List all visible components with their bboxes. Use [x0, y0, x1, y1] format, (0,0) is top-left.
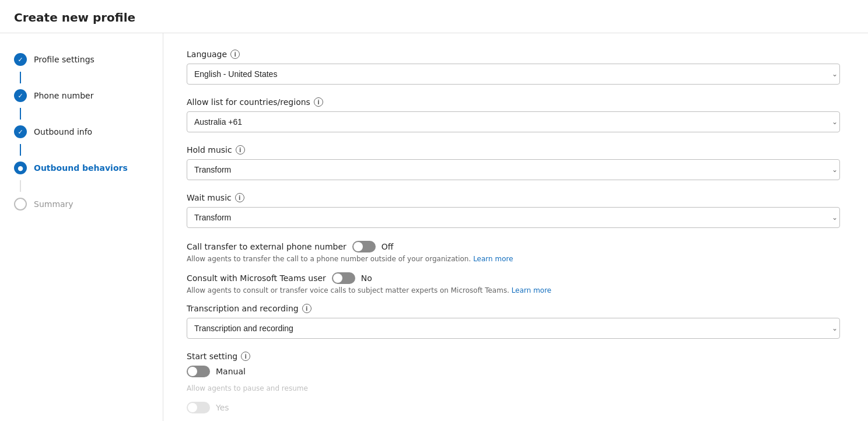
step-indicator-outbound-behaviors: ●: [14, 162, 27, 174]
hold-music-label: Hold music i: [187, 145, 845, 155]
check-icon-3: ✓: [18, 128, 23, 136]
call-transfer-track: [352, 241, 376, 252]
transcription-select[interactable]: Transcription and recordingRecording onl…: [187, 318, 840, 339]
step-number-icon: ●: [18, 164, 23, 172]
call-transfer-description: Allow agents to transfer the call to a p…: [187, 255, 845, 263]
check-icon: ✓: [18, 56, 23, 64]
main-content: Language i English - United StatesEnglis…: [163, 33, 868, 421]
sidebar-item-label-summary: Summary: [34, 199, 74, 209]
call-transfer-toggle[interactable]: [352, 241, 376, 252]
hold-music-info-icon[interactable]: i: [236, 145, 245, 155]
step-connector-4: [20, 180, 21, 192]
consult-teams-status: No: [361, 273, 372, 283]
sidebar-item-summary[interactable]: Summary: [0, 192, 163, 216]
consult-teams-row: Consult with Microsoft Teams user No: [187, 272, 845, 284]
language-select[interactable]: English - United StatesEnglish - United …: [187, 64, 840, 85]
step-indicator-summary: [14, 198, 27, 210]
consult-teams-toggle[interactable]: [332, 272, 355, 284]
transcription-group: Transcription and recording i Transcript…: [187, 304, 845, 339]
language-label: Language i: [187, 50, 845, 59]
step-indicator-phone-number: ✓: [14, 89, 27, 102]
allow-list-group: Allow list for countries/regions i Austr…: [187, 97, 845, 132]
start-setting-info-icon[interactable]: i: [241, 352, 250, 361]
wait-music-select[interactable]: TransformDefaultNone: [187, 207, 840, 228]
hold-music-select-wrapper: TransformDefaultNone ⌄: [187, 159, 845, 180]
wait-music-select-wrapper: TransformDefaultNone ⌄: [187, 207, 845, 228]
allow-list-label: Allow list for countries/regions i: [187, 97, 845, 107]
allow-pause-status: Yes: [216, 403, 229, 412]
step-indicator-outbound-info: ✓: [14, 125, 27, 138]
page-header: Create new profile: [0, 0, 868, 33]
sidebar-item-label-outbound-info: Outbound info: [34, 127, 92, 136]
allow-pause-toggle[interactable]: [187, 402, 210, 413]
call-transfer-status: Off: [382, 242, 394, 251]
start-setting-knob: [188, 367, 197, 376]
hold-music-select[interactable]: TransformDefaultNone: [187, 159, 840, 180]
allow-pause-track: [187, 402, 210, 413]
consult-teams-description: Allow agents to consult or transfer voic…: [187, 286, 845, 294]
start-setting-label: Start setting i: [187, 352, 845, 361]
language-select-wrapper: English - United StatesEnglish - United …: [187, 64, 845, 85]
language-group: Language i English - United StatesEnglis…: [187, 50, 845, 85]
sidebar-item-phone-number[interactable]: ✓ Phone number: [0, 83, 163, 108]
sidebar-item-label-outbound-behaviors: Outbound behaviors: [34, 163, 128, 173]
hold-music-group: Hold music i TransformDefaultNone ⌄: [187, 145, 845, 180]
start-setting-group: Start setting i Manual: [187, 352, 845, 377]
start-setting-status: Manual: [216, 367, 246, 376]
consult-teams-track: [332, 272, 355, 284]
start-setting-row: Manual: [187, 366, 845, 377]
sidebar: ✓ Profile settings ✓ Phone number ✓ Outb…: [0, 33, 163, 421]
consult-teams-knob: [333, 273, 342, 283]
sidebar-item-outbound-behaviors[interactable]: ● Outbound behaviors: [0, 156, 163, 180]
start-setting-toggle[interactable]: [187, 366, 210, 377]
sidebar-item-profile-settings[interactable]: ✓ Profile settings: [0, 47, 163, 72]
wait-music-info-icon[interactable]: i: [235, 193, 244, 202]
call-transfer-row: Call transfer to external phone number O…: [187, 241, 845, 252]
step-connector-1: [20, 72, 21, 83]
call-transfer-group: Call transfer to external phone number O…: [187, 241, 845, 263]
allow-list-info-icon[interactable]: i: [314, 97, 323, 107]
consult-teams-label: Consult with Microsoft Teams user: [187, 273, 326, 283]
step-connector-2: [20, 108, 21, 120]
start-setting-track: [187, 366, 210, 377]
sidebar-item-outbound-info[interactable]: ✓ Outbound info: [0, 120, 163, 144]
sidebar-item-label-phone-number: Phone number: [34, 91, 93, 100]
sidebar-item-label-profile-settings: Profile settings: [34, 55, 94, 64]
step-indicator-profile-settings: ✓: [14, 53, 27, 66]
consult-teams-group: Consult with Microsoft Teams user No All…: [187, 272, 845, 294]
allow-pause-description: Allow agents to pause and resume: [187, 384, 845, 392]
main-layout: ✓ Profile settings ✓ Phone number ✓ Outb…: [0, 33, 868, 421]
page-title: Create new profile: [14, 10, 854, 24]
call-transfer-learn-more[interactable]: Learn more: [473, 255, 513, 263]
allow-list-select[interactable]: Australia +61United States +1: [187, 111, 840, 132]
consult-teams-learn-more[interactable]: Learn more: [512, 286, 551, 294]
transcription-select-wrapper: Transcription and recordingRecording onl…: [187, 318, 845, 339]
language-info-icon[interactable]: i: [230, 50, 240, 59]
transcription-info-icon[interactable]: i: [302, 304, 312, 313]
transcription-label: Transcription and recording i: [187, 304, 845, 313]
wait-music-group: Wait music i TransformDefaultNone ⌄: [187, 193, 845, 228]
call-transfer-label: Call transfer to external phone number: [187, 242, 346, 251]
step-connector-3: [20, 144, 21, 156]
allow-list-select-wrapper: Australia +61United States +1 ⌄: [187, 111, 845, 132]
allow-pause-row: Yes: [187, 402, 845, 413]
allow-pause-group: Allow agents to pause and resume Yes: [187, 384, 845, 413]
check-icon-2: ✓: [18, 92, 23, 100]
allow-pause-knob: [188, 403, 197, 412]
call-transfer-knob: [354, 242, 363, 251]
wait-music-label: Wait music i: [187, 193, 845, 202]
